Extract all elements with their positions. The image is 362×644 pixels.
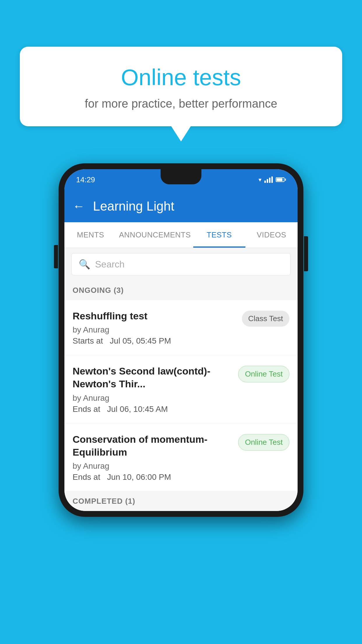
- test-item[interactable]: Newton's Second law(contd)-Newton's Thir…: [64, 355, 298, 423]
- test-time: Starts at Jul 05, 05:45 PM: [73, 336, 237, 346]
- search-icon: 🔍: [79, 259, 90, 270]
- speech-bubble: Online tests for more practice, better p…: [20, 47, 342, 126]
- tab-ments[interactable]: MENTS: [64, 222, 117, 248]
- test-list: Reshuffling test by Anurag Starts at Jul…: [64, 300, 298, 491]
- test-name: Reshuffling test: [73, 309, 237, 322]
- phone-frame: 14:29 ▾ ← Learning Ligh: [59, 163, 303, 517]
- test-badge: Online Test: [238, 366, 289, 382]
- test-name: Newton's Second law(contd)-Newton's Thir…: [73, 365, 233, 390]
- battery-icon: [276, 177, 286, 182]
- app-bar-title: Learning Light: [93, 199, 174, 214]
- test-item[interactable]: Reshuffling test by Anurag Starts at Jul…: [64, 300, 298, 355]
- back-button[interactable]: ←: [73, 199, 85, 213]
- speech-bubble-container: Online tests for more practice, better p…: [20, 47, 342, 126]
- notch: [161, 169, 201, 184]
- bubble-title: Online tests: [34, 64, 328, 91]
- completed-section-header: COMPLETED (1): [64, 491, 298, 511]
- test-author: by Anurag: [73, 325, 237, 335]
- status-bar: 14:29 ▾: [64, 169, 298, 190]
- test-info: Reshuffling test by Anurag Starts at Jul…: [73, 309, 237, 346]
- tab-videos[interactable]: VIDEOS: [245, 222, 298, 248]
- search-placeholder: Search: [95, 259, 124, 270]
- wifi-icon: ▾: [259, 176, 261, 183]
- test-name: Conservation of momentum-Equilibrium: [73, 433, 233, 459]
- test-item[interactable]: Conservation of momentum-Equilibrium by …: [64, 424, 298, 491]
- tabs-container: MENTS ANNOUNCEMENTS TESTS VIDEOS: [64, 222, 298, 248]
- ongoing-section-header: ONGOING (3): [64, 281, 298, 300]
- test-info: Conservation of momentum-Equilibrium by …: [73, 433, 233, 482]
- tab-announcements[interactable]: ANNOUNCEMENTS: [117, 222, 193, 248]
- phone-screen: 14:29 ▾ ← Learning Ligh: [64, 169, 298, 511]
- app-bar: ← Learning Light: [64, 190, 298, 222]
- test-author: by Anurag: [73, 393, 233, 403]
- bubble-subtitle: for more practice, better performance: [34, 97, 328, 110]
- phone-container: 14:29 ▾ ← Learning Ligh: [59, 163, 303, 517]
- test-badge: Online Test: [238, 434, 289, 451]
- test-author: by Anurag: [73, 461, 233, 471]
- search-bar[interactable]: 🔍 Search: [71, 253, 291, 275]
- search-container: 🔍 Search: [64, 248, 298, 281]
- tab-tests[interactable]: TESTS: [193, 222, 245, 248]
- test-badge: Class Test: [242, 311, 289, 327]
- test-info: Newton's Second law(contd)-Newton's Thir…: [73, 365, 233, 414]
- signal-icon: [264, 176, 273, 183]
- test-time: Ends at Jun 10, 06:00 PM: [73, 473, 233, 482]
- status-icons: ▾: [259, 176, 286, 183]
- test-time: Ends at Jul 06, 10:45 AM: [73, 405, 233, 414]
- status-time: 14:29: [76, 175, 95, 184]
